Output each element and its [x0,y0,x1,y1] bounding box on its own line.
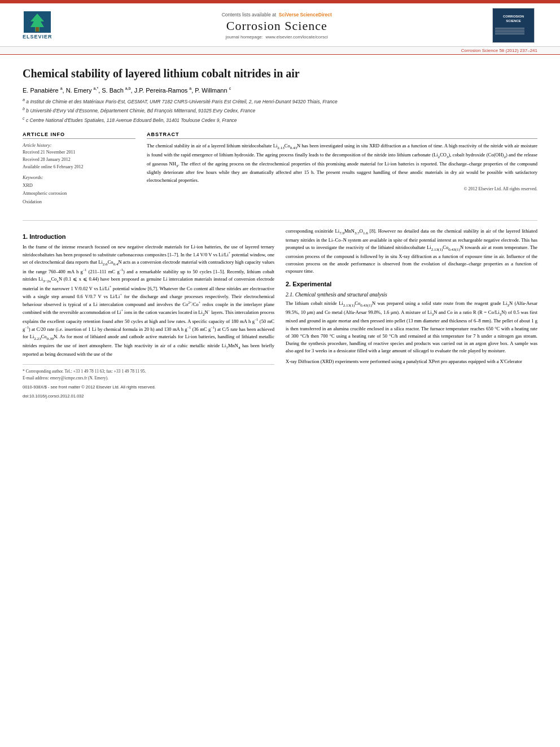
affiliation-b: b b Université d'Evry Val d'Essonne, Dép… [23,106,537,115]
history-label: Article history: [23,142,135,148]
cover-title-text: CORROSIONSCIENCE [502,14,525,25]
journal-cover: CORROSIONSCIENCE [492,8,535,43]
affiliations: a a Institut de Chimie et des Matériaux … [23,97,537,124]
article-history: Article history: Received 21 November 20… [23,142,135,171]
meta-bar-text: Corrosion Science 58 (2012) 237–241 [461,48,537,53]
abstract-text: The chemical stability in air of a layer… [147,142,537,184]
article-info-col: ARTICLE INFO Article history: Received 2… [23,132,135,211]
section1-right-text: corresponding oxinitride Li7.9MnN3.7O1.6… [286,228,537,275]
sciverse-line: Contents lists available at SciVerse Sci… [62,12,492,18]
keywords-label: Keywords: [23,174,135,180]
section1-title: 1. Introduction [23,233,274,240]
elsevier-label: ELSEVIER [23,34,53,40]
authors: E. Panabière a, N. Emery a,*, S. Bach a,… [23,86,537,94]
doi-line: doi:10.1016/j.corsci.2012.01.032 [23,393,274,400]
section2-1-text: The lithium cobalt nitride Li2.13(1)Co0.… [286,300,537,355]
journal-homepage: journal homepage: www.elsevier.com/locat… [62,34,492,40]
journal-header: ELSEVIER Contents lists available at Sci… [0,3,560,47]
body-col-left: 1. Introduction In the frame of the inte… [23,228,274,399]
page: ELSEVIER Contents lists available at Sci… [0,0,560,747]
sciverse-link[interactable]: SciVerse ScienceDirect [279,12,332,18]
affiliation-a: a a Institut de Chimie et des Matériaux … [23,97,537,106]
abstract-col: ABSTRACT The chemical stability in air o… [147,132,537,211]
corresponding-note: * Corresponding author. Tel.: +33 1 49 7… [23,368,274,375]
email-line: E-mail address: emery@icmpe.cnrs.fr (N. … [23,375,274,382]
svg-rect-2 [36,27,39,32]
content-area: Chemical stability of layered lithium co… [0,55,560,411]
body-col-right: corresponding oxinitride Li7.9MnN3.7O1.6… [286,228,537,399]
article-meta-bar: Corrosion Science 58 (2012) 237–241 [0,47,560,55]
copyright-text: © 2012 Elsevier Ltd. All rights reserved… [147,186,537,191]
journal-center: Contents lists available at SciVerse Sci… [62,12,492,40]
issn-line: 0010-938X/$ - see front matter © 2012 El… [23,384,274,391]
cover-lines [493,25,534,37]
article-info-label: ARTICLE INFO [23,132,135,139]
abstract-label: ABSTRACT [147,132,537,139]
journal-title: Corrosion Science [62,19,492,33]
section2-1-title: 2.1. Chemical synthesis and structural a… [286,292,537,298]
homepage-url[interactable]: www.elsevier.com/locate/corsci [265,34,327,40]
affiliation-c: c c Centre National d'Etudes Spatiales, … [23,116,537,124]
journal-right: CORROSIONSCIENCE [492,8,537,43]
xrd-intro-text: X-ray Diffraction (XRD) experiments were… [286,358,537,365]
journal-left: ELSEVIER [23,11,62,40]
elsevier-tree-icon [24,11,51,33]
section1-text: In the frame of the intense research foc… [23,243,274,358]
body-two-col: 1. Introduction In the frame of the inte… [23,228,537,399]
footnote-area: * Corresponding author. Tel.: +33 1 49 7… [23,364,274,400]
article-title: Chemical stability of layered lithium co… [23,66,537,81]
body-divider [23,220,537,221]
section2-title: 2. Experimental [286,281,537,287]
keywords-list: XRD Atmospheric corrosion Oxidation [23,181,135,206]
article-dates: Received 21 November 2011 Received 28 Ja… [23,149,135,171]
elsevier-logo: ELSEVIER [23,11,53,40]
article-keywords: Keywords: XRD Atmospheric corrosion Oxid… [23,174,135,206]
info-abstract-row: ARTICLE INFO Article history: Received 2… [23,132,537,211]
article-info-section: ARTICLE INFO Article history: Received 2… [23,132,135,206]
